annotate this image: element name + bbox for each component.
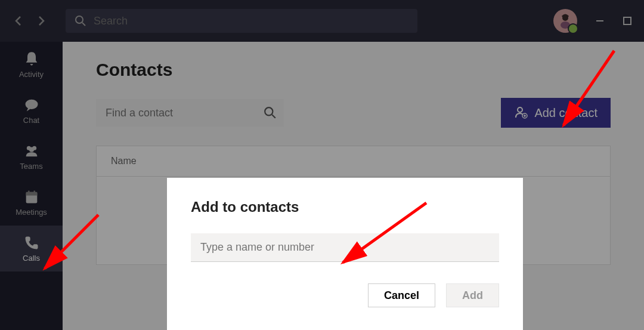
name-or-number-input[interactable] <box>191 233 499 262</box>
cancel-button[interactable]: Cancel <box>368 283 435 307</box>
add-to-contacts-dialog: Add to contacts Cancel Add <box>167 178 523 330</box>
dialog-title: Add to contacts <box>191 199 499 215</box>
add-button[interactable]: Add <box>446 283 499 307</box>
